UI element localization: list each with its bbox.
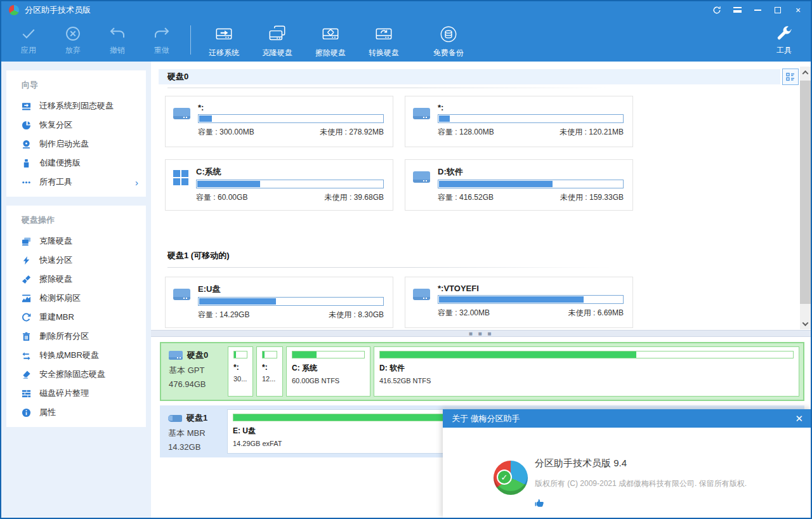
redo-icon [152, 24, 171, 43]
close-button[interactable]: × [793, 5, 803, 15]
sidebar-item-wipe-disk[interactable]: 擦除硬盘 [6, 270, 146, 289]
disk-ops-title: 硬盘操作 [6, 208, 146, 232]
all-tools-icon [22, 178, 31, 187]
partition-block[interactable]: C: 系统 60.00GB NTFS [286, 346, 370, 397]
redo-button[interactable]: 重做 [140, 22, 184, 59]
wizard-panel: 向导 迁移系统到固态硬盘 恢复分区 制作启动光盘 创建便携版 所有工具 › [6, 70, 146, 197]
drive-icon [413, 171, 430, 183]
toolbar-separator [190, 25, 191, 55]
wipe-disk-button[interactable]: 擦除硬盘 [304, 22, 357, 59]
undo-button[interactable]: 撤销 [95, 22, 140, 59]
sidebar-item-rebuild-mbr[interactable]: 重建MBR [6, 308, 146, 327]
sidebar-item-recover-partition[interactable]: 恢复分区 [6, 115, 146, 135]
free-backup-icon [438, 24, 459, 46]
window-title: 分区助手技术员版 [25, 4, 91, 16]
undo-icon [108, 24, 127, 43]
trash-icon [22, 332, 31, 341]
convert-arrows-icon [22, 351, 31, 360]
usage-bar [233, 351, 247, 358]
sidebar-item-create-portable[interactable]: 创建便携版 [6, 154, 146, 173]
sidebar-item-check-bad-sectors[interactable]: 检测坏扇区 [6, 289, 146, 308]
maximize-button[interactable] [773, 5, 783, 15]
chevron-right-icon: › [135, 178, 138, 187]
clone-disk-icon [22, 237, 31, 246]
sidebar-item-secure-erase-ssd[interactable]: 安全擦除固态硬盘 [6, 365, 146, 384]
sidebar-item-quick-partition[interactable]: 快速分区 [6, 251, 146, 270]
minimize-button[interactable] [752, 5, 763, 15]
splitter-handle[interactable]: ■ ■ ■ [151, 330, 811, 337]
usage-bar [292, 351, 365, 358]
partition-card[interactable]: D:软件 容量 : 416.52GB 未使用 : 159.33GB [405, 159, 633, 211]
partition-block[interactable]: *: 12... [256, 346, 283, 397]
sidebar-item-defragment[interactable]: 磁盘碎片整理 [6, 384, 146, 403]
sidebar-item-make-boot-disc[interactable]: 制作启动光盘 [6, 135, 146, 154]
app-window: 分区助手技术员版 × 应用 放弃 撤销 重做 [0, 0, 812, 519]
drive-icon [173, 108, 190, 119]
about-close-button[interactable]: ✕ [795, 413, 803, 424]
scroll-up-button[interactable] [800, 67, 811, 78]
partition-card[interactable]: *: 容量 : 300.00MB 未使用 : 278.92MB [165, 96, 393, 147]
vertical-scrollbar[interactable] [800, 67, 811, 329]
scroll-down-button[interactable] [800, 318, 811, 329]
view-toggle-button[interactable] [782, 69, 799, 85]
clone-disk-button[interactable]: 克隆硬盘 [251, 22, 304, 59]
partition-block[interactable]: *: 30... [228, 346, 253, 397]
disk1-section-header: 硬盘1 (可移动的) [167, 250, 230, 261]
info-icon [22, 408, 31, 417]
disk0-map-row[interactable]: 硬盘0 基本 GPT 476.94GB *: 30... *: 12... [160, 342, 804, 401]
recover-partition-icon [22, 121, 31, 130]
discard-button[interactable]: 放弃 [51, 22, 95, 59]
usage-bar [379, 351, 794, 358]
partition-block[interactable]: D: 软件 416.52GB NTFS [374, 346, 799, 397]
check-badge-icon: ✓ [497, 470, 512, 485]
convert-disk-icon [373, 24, 395, 46]
tools-button[interactable]: 工具 [766, 22, 802, 59]
partition-card[interactable]: *: 容量 : 128.00MB 未使用 : 120.21MB [405, 96, 633, 147]
clone-disk-icon [266, 24, 288, 46]
sidebar-item-clone-disk[interactable]: 克隆硬盘 [6, 232, 146, 251]
convert-disk-button[interactable]: 转换硬盘 [357, 22, 410, 59]
drive-icon [413, 289, 430, 300]
partition-card[interactable]: *:VTOYEFI 容量 : 32.00MB 未使用 : 6.69MB [405, 277, 633, 328]
scrollbar-thumb[interactable] [800, 81, 811, 304]
refresh-icon[interactable] [712, 5, 722, 15]
product-logo-icon: ✓ [494, 461, 528, 495]
about-dialog-title: 关于 傲梅分区助手 [452, 413, 520, 424]
usage-bar [198, 114, 384, 123]
about-dialog: 关于 傲梅分区助手 ✕ ✓ 分区助手技术员版 9.4 版权所有 (C) 2009… [443, 409, 812, 519]
usb-icon [168, 415, 182, 422]
sidebar-item-properties[interactable]: 属性 [6, 403, 146, 422]
list-view-icon [785, 72, 796, 82]
lightning-icon [22, 256, 31, 265]
toolbar: 应用 放弃 撤销 重做 迁移系统 [1, 18, 811, 62]
eraser-icon [22, 370, 31, 379]
rebuild-mbr-icon [22, 313, 31, 322]
partition-card[interactable]: C:系统 容量 : 60.00GB 未使用 : 39.68GB [165, 159, 393, 211]
drive-icon [413, 108, 430, 119]
usage-bar [196, 180, 384, 188]
copyright-text: 版权所有 (C) 2009-2021 成都傲梅科技有限公司. 保留所有版权. [535, 478, 747, 489]
wipe-disk-icon [320, 24, 341, 46]
bad-sector-icon [22, 294, 31, 303]
divider [167, 88, 612, 88]
sidebar-item-all-tools[interactable]: 所有工具 › [6, 173, 146, 192]
sidebar-item-delete-all-partitions[interactable]: 删除所有分区 [6, 327, 146, 346]
disk-ops-panel: 硬盘操作 克隆硬盘 快速分区 擦除硬盘 检测坏扇区 重建MBR [6, 206, 146, 427]
drive-icon [173, 289, 190, 300]
hand-pointer-icon[interactable] [535, 499, 544, 511]
migrate-system-button[interactable]: 迁移系统 [197, 22, 251, 59]
divider [167, 267, 612, 268]
migrate-system-icon [213, 24, 235, 46]
usage-bar [438, 295, 624, 304]
partition-card[interactable]: E:U盘 容量 : 14.29GB 未使用 : 8.30GB [165, 277, 393, 328]
sidebar-item-migrate-to-ssd[interactable]: 迁移系统到固态硬盘 [6, 96, 146, 115]
sidebar: 向导 迁移系统到固态硬盘 恢复分区 制作启动光盘 创建便携版 所有工具 › [1, 62, 151, 518]
boot-disc-icon [22, 140, 31, 149]
circle-x-icon [63, 24, 82, 43]
menu-icon[interactable] [732, 5, 742, 15]
portable-usb-icon [22, 159, 31, 168]
apply-button[interactable]: 应用 [6, 22, 51, 59]
about-dialog-body: ✓ 分区助手技术员版 9.4 版权所有 (C) 2009-2021 成都傲梅科技… [443, 428, 812, 519]
sidebar-item-convert-to-mbr[interactable]: 转换成MBR硬盘 [6, 346, 146, 365]
free-backup-button[interactable]: 免费备份 [418, 22, 479, 59]
